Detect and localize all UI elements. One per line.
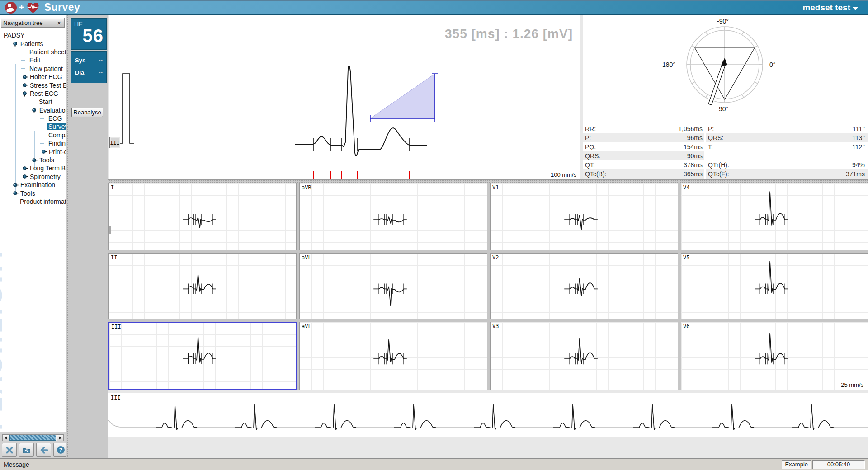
user-menu[interactable]: medset test [802, 3, 858, 13]
scroll-left-button[interactable] [3, 435, 9, 441]
tree-item-label: New patient [28, 65, 64, 72]
tree-item-rest-ecg[interactable]: Rest ECG [0, 89, 66, 98]
nav-bottom-bar: ? [0, 432, 66, 458]
node-collapsed-icon[interactable] [21, 173, 28, 180]
node-collapsed-icon[interactable] [12, 190, 19, 197]
measurement-label: RR: [585, 124, 596, 133]
tree-item-label: Print-out [47, 148, 66, 155]
tree-item-label: Tools [38, 156, 56, 164]
measurement-value: 90ms [687, 151, 703, 160]
detail-lead-chip[interactable]: III [109, 137, 120, 148]
page-title: Survey [44, 1, 80, 14]
tree-item-survey[interactable]: Survey [0, 122, 66, 131]
tree-connector-dash [40, 127, 44, 127]
node-collapsed-icon[interactable] [40, 148, 47, 155]
tree-item-spirometry[interactable]: Spirometry [0, 173, 66, 181]
tree-item-ecg[interactable]: ECG [0, 114, 66, 122]
measurement-row: P:96msQRS:113° [583, 133, 868, 142]
lead-cell-iii[interactable]: III [108, 322, 297, 390]
node-collapsed-icon[interactable] [21, 74, 28, 80]
tree-item-examination[interactable]: Examination [0, 181, 66, 189]
lead-waveform [681, 322, 868, 390]
node-expanded-icon[interactable] [12, 40, 19, 47]
tree-item-padsy[interactable]: PADSY [0, 31, 66, 39]
scroll-right-button[interactable] [57, 435, 63, 441]
lead-waveform [681, 254, 868, 319]
measurement-label: QTr(H): [708, 160, 729, 169]
tree-item-label: Edit [28, 56, 42, 64]
tree-item-comparison[interactable]: Comparison [0, 131, 66, 139]
folder-up-button[interactable] [19, 443, 34, 457]
tree-item-holter-ecg[interactable]: Holter ECG [0, 73, 66, 81]
tree-connector-dash [40, 118, 44, 119]
node-collapsed-icon[interactable] [21, 165, 28, 172]
node-expanded-icon[interactable] [31, 107, 38, 113]
horizontal-splitter[interactable] [108, 179, 868, 183]
tree-item-tools[interactable]: Tools [0, 156, 66, 164]
tree-item-label: Survey [47, 123, 66, 130]
measurement-cell: RR:1,056ms [583, 124, 704, 133]
node-expanded-icon[interactable] [21, 90, 28, 97]
nav-toolbar: ? [2, 443, 66, 457]
tree-item-patients[interactable]: Patients [0, 39, 66, 47]
ecg-detail-panel[interactable]: 355 [ms] : 1.26 [mV] III 100 mm/s [108, 15, 580, 179]
person-icon [5, 1, 17, 14]
tree-item-start[interactable]: Start [0, 98, 66, 106]
tree-item-label: Finding [47, 140, 66, 147]
tree-item-patient-sheet[interactable]: Patient sheet [0, 48, 66, 56]
node-collapsed-icon[interactable] [31, 157, 38, 164]
lead-cell-v4[interactable]: V4 [681, 183, 868, 250]
reanalyse-button[interactable]: Reanalyse [71, 108, 103, 117]
lead-cell-avl[interactable]: aVL [299, 253, 487, 319]
lead-cell-v3[interactable]: V3 [490, 322, 678, 390]
tree-item-product-information[interactable]: Product information [0, 197, 66, 206]
scrollbar-thumb[interactable] [9, 435, 56, 441]
measurement-row: QTc(B):365msQTc(F):371ms [583, 169, 868, 179]
lead-cell-i[interactable]: I [108, 183, 297, 250]
lead-cell-avf[interactable]: aVF [299, 322, 487, 390]
lead-label: I [111, 184, 114, 191]
rhythm-strip[interactable]: III [108, 393, 868, 437]
lead-cell-v6[interactable]: V6 [681, 322, 868, 390]
lead-label: V6 [683, 323, 689, 329]
nav-horizontal-scrollbar[interactable] [2, 434, 64, 441]
logo-plus: + [19, 2, 24, 13]
measurement-value: 113° [852, 133, 865, 142]
close-window-button[interactable] [2, 443, 17, 457]
lead-label: V4 [683, 184, 689, 191]
measurement-value: 378ms [684, 160, 703, 169]
measurement-cell: P:96ms [583, 133, 704, 142]
node-collapsed-icon[interactable] [12, 182, 19, 188]
tree-item-finding[interactable]: Finding [0, 139, 66, 147]
tree-item-long-term-bp[interactable]: Long Term BP [0, 164, 66, 172]
tree-item-tools[interactable]: Tools [0, 189, 66, 197]
lead-cell-ii[interactable]: II [108, 253, 297, 319]
tree-item-stress-test-ecg[interactable]: Stress Test ECG [0, 81, 66, 89]
back-button[interactable] [36, 443, 51, 457]
lead-cell-v5[interactable]: V5 [681, 253, 868, 319]
status-example-box: Example [782, 460, 811, 469]
measurement-value: 94% [852, 160, 865, 169]
measurement-value: 111° [853, 124, 865, 133]
mini-scroll-thumb[interactable] [109, 226, 111, 234]
lead-cell-v1[interactable]: V1 [490, 183, 678, 250]
lead-cell-v2[interactable]: V2 [490, 253, 678, 319]
lead-label: V3 [492, 323, 499, 329]
tree-item-label: Comparison [47, 132, 66, 139]
measurement-table: RR:1,056msP:111°P:96msQRS:113°PQ:154msT:… [583, 124, 868, 179]
lead-label: V5 [683, 254, 689, 261]
sys-value: -- [99, 57, 103, 64]
lead-label: aVR [302, 184, 311, 191]
node-collapsed-icon[interactable] [21, 82, 28, 89]
tree-item-label: Rest ECG [28, 90, 60, 97]
close-icon[interactable]: × [56, 19, 62, 26]
tree-item-label: ECG [47, 115, 63, 122]
lead-cell-avr[interactable]: aVR [299, 183, 487, 250]
tree-item-evaluation[interactable]: Evaluation [0, 106, 66, 114]
tree-item-edit[interactable]: Edit [0, 56, 66, 64]
dia-value: -- [99, 69, 103, 76]
help-button[interactable]: ? [53, 443, 66, 457]
tree-item-print-out[interactable]: Print-out [0, 147, 66, 155]
hf-value: 56 [71, 26, 104, 46]
tree-item-new-patient[interactable]: New patient [0, 65, 66, 73]
